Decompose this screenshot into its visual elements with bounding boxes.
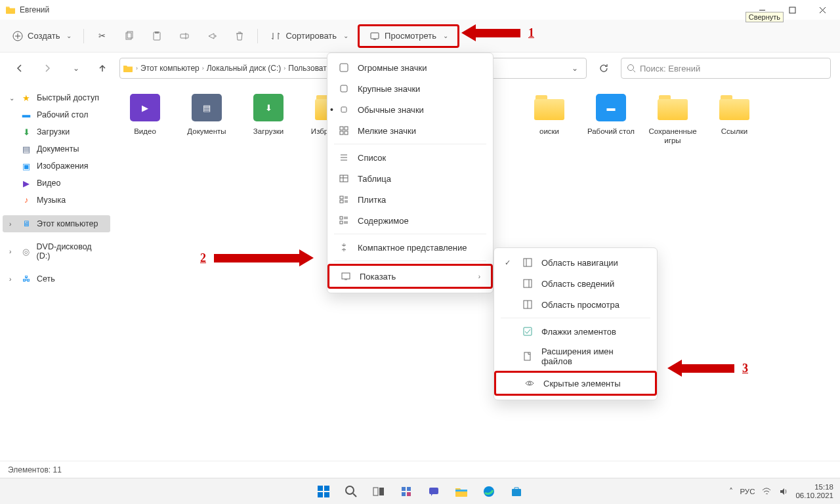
rename-button[interactable] [172,26,197,46]
breadcrumb-seg[interactable]: Пользоват [288,64,326,73]
back-button[interactable] [9,58,30,79]
explorer-button[interactable] [450,480,473,503]
breadcrumb-seg[interactable]: Локальный диск (C:) [207,64,282,73]
paste-button[interactable] [144,26,169,46]
paste-icon [151,30,163,42]
toolbar: Создать⌄ ✂ Сортировать⌄ Просмотреть⌄ [0,20,840,52]
view-button[interactable]: Просмотреть⌄ [358,24,459,48]
share-button[interactable] [200,26,224,46]
show-menu-item[interactable]: Расширения имен файлов [494,342,657,371]
show-menu-item[interactable]: Скрытые элементы [494,371,657,396]
svg-rect-13 [371,33,379,39]
show-submenu: ✓Область навигацииОбласть сведенийОбласт… [494,247,658,400]
folder-icon [5,5,16,15]
sidebar-images[interactable]: ▣Изображения [3,158,110,175]
cut-button[interactable]: ✂ [89,26,114,46]
search-button[interactable] [339,480,363,503]
svg-rect-53 [318,486,323,491]
cut-icon: ✂ [96,30,108,42]
view-menu-item[interactable]: •Обычные значки [327,99,493,120]
sidebar-downloads[interactable]: ⬇Загрузки [3,123,110,140]
sidebar-quick-access[interactable]: ⌄★Быстрый доступ [3,89,110,106]
system-tray[interactable]: ˄ РУС 15:1806.10.2021 [729,483,840,499]
svg-rect-44 [524,259,532,266]
search-icon [627,64,636,73]
svg-rect-36 [340,217,343,219]
sort-button[interactable]: Сортировать⌄ [263,26,355,46]
breadcrumb-seg[interactable]: Этот компьютер [140,64,200,73]
sidebar-desktop[interactable]: ▬Рабочий стол [3,106,110,123]
svg-rect-27 [340,175,348,182]
folder-item[interactable]: Сохраненные игры [648,91,697,146]
show-menu-item[interactable]: Область сведений [494,273,657,294]
svg-rect-68 [512,489,521,496]
wifi-icon[interactable] [761,486,772,497]
tray-language[interactable]: РУС [740,488,755,495]
folder-item[interactable]: Ссылки [710,91,759,146]
svg-rect-20 [340,127,343,130]
volume-icon[interactable] [778,486,789,497]
sidebar-music[interactable]: ♪Музыка [3,192,110,209]
view-menu-item[interactable]: Мелкие значки [327,120,493,141]
star-icon: ★ [21,93,32,103]
view-menu: Огромные значкиКрупные значки•Обычные зн… [327,52,494,293]
view-menu-item[interactable]: Показать› [327,264,493,289]
sidebar-this-pc[interactable]: ›🖥Этот компьютер [3,215,110,232]
svg-line-16 [633,70,635,72]
window-title: Евгений [20,5,747,14]
view-menu-item[interactable]: Компактное представление [327,237,493,258]
titlebar: Евгений [0,0,840,20]
search-input[interactable]: Поиск: Евгений [621,58,831,79]
share-icon [206,30,218,42]
folder-item[interactable]: ▤Документы [182,91,231,146]
tray-clock[interactable]: 15:1806.10.2021 [795,483,833,499]
folder-item[interactable]: ▬Рабочий стол [587,91,635,146]
refresh-button[interactable] [593,58,614,79]
svg-rect-42 [342,273,350,279]
folder-item[interactable]: оиски [525,91,574,146]
svg-rect-22 [340,131,343,135]
chat-button[interactable] [422,480,446,503]
svg-point-15 [628,65,634,71]
show-menu-item[interactable]: ✓Область навигации [494,252,657,273]
svg-rect-63 [402,492,406,496]
widgets-button[interactable] [394,480,418,503]
folder-item[interactable]: ▶Видео [121,91,169,146]
svg-rect-51 [524,352,530,360]
forward-button[interactable] [37,58,58,79]
view-menu-item[interactable]: Список [327,147,493,168]
view-menu-item[interactable]: Крупные значки [327,78,493,99]
delete-button[interactable] [227,26,252,46]
svg-rect-23 [345,131,348,135]
sidebar-documents[interactable]: ▤Документы [3,140,110,158]
annotation-arrow-3: 3 [667,360,748,377]
start-button[interactable] [312,480,335,503]
svg-line-58 [353,494,356,497]
svg-rect-10 [155,32,159,33]
show-menu-item[interactable]: Область просмотра [494,294,657,315]
sidebar-dvd[interactable]: ›◎DVD-дисковод (D:) [3,239,110,264]
sort-icon [270,30,282,42]
view-menu-item[interactable]: Плитка [327,189,493,210]
up-button[interactable] [92,58,113,79]
network-icon: 🖧 [21,274,32,284]
sidebar-videos[interactable]: ▶Видео [3,175,110,192]
status-bar: Элементов: 11 [0,461,840,478]
view-menu-item[interactable]: Содержимое [327,210,493,231]
sidebar-network[interactable]: ›🖧Сеть [3,270,110,287]
show-menu-item[interactable]: Флажки элементов [494,321,657,342]
copy-button[interactable] [117,26,142,46]
create-button[interactable]: Создать⌄ [5,26,78,46]
folder-item[interactable]: ⬇Загрузки [244,91,293,146]
rename-icon [178,30,190,42]
edge-button[interactable] [477,480,501,503]
recent-button[interactable]: ⌄ [64,58,85,79]
tray-chevron-icon[interactable]: ˄ [729,487,733,496]
view-menu-item[interactable]: Огромные значки [327,57,493,78]
svg-rect-64 [407,492,411,496]
close-button[interactable] [807,0,837,20]
store-button[interactable] [505,480,528,503]
view-menu-item[interactable]: Таблица [327,168,493,189]
taskview-button[interactable] [367,480,390,503]
address-dropdown[interactable]: ⌄ [566,64,583,73]
